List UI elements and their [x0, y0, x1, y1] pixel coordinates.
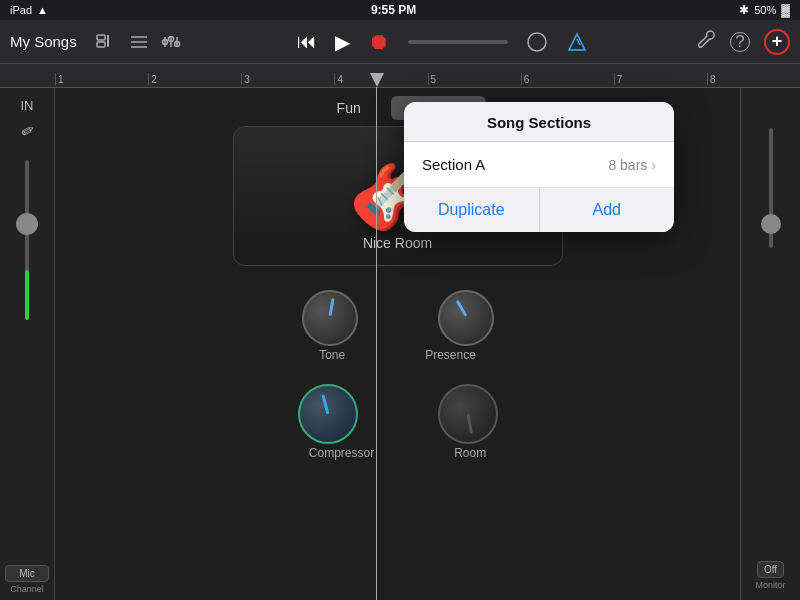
off-label: Off	[757, 561, 784, 578]
ruler: 1 2 3 4 5 6 7 8	[0, 64, 800, 88]
sidebar-bottom-labels: Mic Channel	[5, 565, 49, 600]
tracks-icon[interactable]	[95, 33, 117, 51]
popup-actions: Duplicate Add	[404, 188, 674, 232]
room-knob[interactable]	[438, 384, 498, 444]
section-a-bars: 8 bars ›	[608, 157, 656, 173]
fader-level	[25, 270, 29, 320]
ruler-mark-5: 5	[428, 73, 521, 85]
song-sections-popup: Song Sections Section A 8 bars › Duplica…	[404, 102, 674, 232]
popup-title: Song Sections	[404, 102, 674, 142]
tone-knob-group	[302, 290, 358, 346]
knobs-row-1	[55, 290, 740, 346]
add-section-button[interactable]: +	[764, 29, 790, 55]
rewind-button[interactable]: ⏮	[297, 30, 317, 53]
transport-controls: ⏮ ▶ ⏺	[273, 29, 613, 55]
wifi-icon: ▲	[37, 4, 48, 16]
section-a-row[interactable]: Section A 8 bars ›	[404, 142, 674, 188]
ipad-label: iPad	[10, 4, 32, 16]
ruler-mark-7: 7	[614, 73, 707, 85]
ruler-mark-1: 1	[55, 73, 148, 85]
metronome-icon[interactable]	[566, 31, 588, 53]
duplicate-button[interactable]: Duplicate	[404, 188, 540, 232]
section-a-name: Section A	[422, 156, 485, 173]
right-fader-thumb[interactable]	[761, 214, 781, 234]
channel-sub-label: Channel	[10, 584, 44, 594]
ruler-mark-4: 4	[334, 73, 427, 85]
knob-labels-row-2: Compressor Room	[55, 446, 740, 460]
my-songs-button[interactable]: My Songs	[10, 33, 77, 50]
right-fader[interactable]	[769, 128, 773, 248]
pencil-icon[interactable]: ✏	[17, 119, 38, 142]
battery-label: 50%	[754, 4, 776, 16]
wrench-icon[interactable]	[696, 29, 716, 54]
svg-marker-13	[569, 34, 585, 50]
play-button[interactable]: ▶	[335, 30, 350, 54]
tone-knob[interactable]	[302, 290, 358, 346]
ruler-mark-2: 2	[148, 73, 241, 85]
room-knob-group	[438, 384, 498, 444]
compressor-knob-group	[298, 384, 358, 444]
time-display: 9:55 PM	[371, 3, 416, 17]
ruler-mark-6: 6	[521, 73, 614, 85]
bluetooth-icon: ✱	[739, 3, 749, 17]
help-icon[interactable]: ?	[730, 32, 750, 52]
playhead	[370, 73, 384, 93]
progress-bar[interactable]	[408, 40, 508, 44]
monitor-labels: Off Monitor	[755, 561, 785, 594]
amp-name: Nice Room	[363, 235, 432, 251]
battery-icon: ▓	[781, 3, 790, 17]
svg-rect-0	[97, 35, 105, 40]
ruler-mark-8: 8	[707, 73, 800, 85]
mic-label-box: Mic	[5, 565, 49, 582]
tone-label: Tone	[319, 348, 345, 362]
list-icon[interactable]	[129, 34, 149, 50]
fader-track	[25, 160, 29, 320]
volume-fader[interactable]	[12, 160, 42, 565]
in-label: IN	[21, 98, 34, 113]
ruler-marks: 1 2 3 4 5 6 7 8	[55, 73, 800, 85]
presence-knob[interactable]	[438, 290, 494, 346]
status-bar: iPad ▲ 9:55 PM ✱ 50% ▓	[0, 0, 800, 20]
svg-rect-2	[107, 35, 109, 47]
record-button[interactable]: ⏺	[368, 29, 390, 55]
knobs-row-2	[55, 384, 740, 444]
svg-point-12	[528, 33, 546, 51]
room-label: Room	[454, 446, 486, 460]
loop-icon[interactable]	[526, 31, 548, 53]
left-sidebar: IN ✏ Mic Channel	[0, 88, 55, 600]
presence-knob-group	[438, 290, 494, 346]
knob-labels-row-1: Tone Presence	[55, 348, 740, 362]
toolbar: My Songs ⏮ ▶ ⏺ ? +	[0, 20, 800, 64]
compressor-knob[interactable]	[298, 384, 358, 444]
ruler-mark-3: 3	[241, 73, 334, 85]
presence-label: Presence	[425, 348, 476, 362]
fader-thumb[interactable]	[16, 213, 38, 235]
add-button[interactable]: Add	[540, 188, 675, 232]
monitor-label: Monitor	[755, 580, 785, 590]
center-content: Fun Studio 🎸 Nice Room Tone Presence	[55, 88, 740, 600]
toolbar-right: ? +	[620, 29, 790, 55]
main-content: IN ✏ Mic Channel Fun Studio 🎸 Nice Room	[0, 88, 800, 600]
right-sidebar: Off Monitor	[740, 88, 800, 600]
compressor-label: Compressor	[309, 446, 374, 460]
view-icons	[95, 33, 265, 51]
section-chevron: ›	[651, 157, 656, 173]
mixer-icon[interactable]	[161, 33, 181, 51]
svg-rect-1	[97, 42, 105, 47]
